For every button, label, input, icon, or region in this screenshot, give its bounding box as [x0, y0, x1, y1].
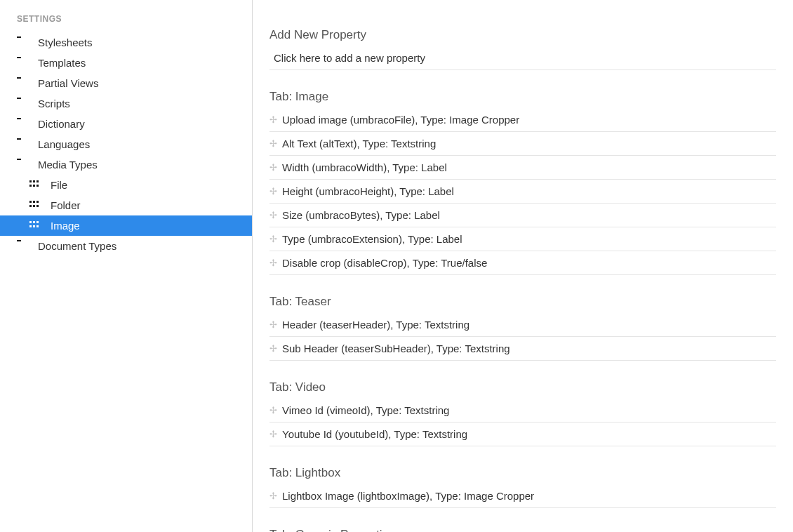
- move-icon: ✢: [269, 319, 282, 330]
- svg-rect-10: [33, 205, 35, 207]
- tree-item-label: Document Types: [38, 240, 116, 252]
- property-label: Lightbox Image (lightboxImage), Type: Im…: [282, 490, 534, 502]
- tab-title: Tab: Image: [269, 90, 776, 104]
- tab-section-tab-generic-properties: Tab: Generic PropertiesNo properties def…: [269, 528, 776, 532]
- property-item[interactable]: ✢Header (teaserHeader), Type: Textstring: [269, 313, 776, 337]
- main-content: Add New Property Click here to add a new…: [253, 0, 793, 532]
- add-new-property-section: Add New Property Click here to add a new…: [269, 28, 776, 70]
- property-item[interactable]: ✢Alt Text (altText), Type: Textstring: [269, 132, 776, 156]
- tab-section-tab-image: Tab: Image✢Upload image (umbracoFile), T…: [269, 90, 776, 275]
- property-item[interactable]: ✢Height (umbracoHeight), Type: Label: [269, 180, 776, 204]
- property-item[interactable]: ✢Youtube Id (youtubeId), Type: Textstrin…: [269, 423, 776, 446]
- move-icon: ✢: [269, 138, 282, 149]
- tree-item-templates[interactable]: Templates: [0, 53, 252, 73]
- move-icon: ✢: [269, 114, 282, 125]
- tree-item-stylesheets[interactable]: Stylesheets: [0, 32, 252, 53]
- tree-item-label: File: [51, 179, 67, 191]
- svg-rect-17: [36, 225, 39, 227]
- tree-item-label: Dictionary: [38, 118, 85, 130]
- tree-item-partial-views[interactable]: Partial Views: [0, 73, 252, 93]
- tree-item-label: Scripts: [38, 98, 70, 109]
- add-new-property-title: Add New Property: [269, 28, 776, 42]
- property-label: Sub Header (teaserSubHeader), Type: Text…: [282, 343, 510, 354]
- folder-icon: [17, 241, 28, 251]
- svg-rect-0: [29, 180, 32, 182]
- svg-rect-2: [36, 180, 39, 182]
- tree-item-image[interactable]: Image: [0, 215, 252, 236]
- property-item[interactable]: ✢Type (umbracoExtension), Type: Label: [269, 227, 776, 251]
- svg-rect-14: [36, 221, 39, 223]
- move-icon: ✢: [269, 429, 282, 439]
- property-item[interactable]: ✢Upload image (umbracoFile), Type: Image…: [269, 108, 776, 132]
- folder-icon: [17, 99, 28, 109]
- tree-item-dictionary[interactable]: Dictionary: [0, 114, 252, 134]
- tree-item-scripts[interactable]: Scripts: [0, 93, 252, 114]
- tab-title: Tab: Generic Properties: [269, 528, 776, 532]
- add-new-property-link[interactable]: Click here to add a new property: [269, 46, 776, 70]
- svg-rect-9: [29, 205, 32, 207]
- property-item[interactable]: ✢Width (umbracoWidth), Type: Label: [269, 156, 776, 180]
- property-list: ✢Header (teaserHeader), Type: Textstring…: [269, 313, 776, 361]
- svg-rect-5: [36, 185, 39, 187]
- tree-item-folder[interactable]: Folder: [0, 195, 252, 215]
- folder-icon: [17, 58, 28, 68]
- grid-icon: [29, 201, 41, 211]
- folder-icon: [17, 38, 28, 48]
- grid-icon: [29, 221, 41, 231]
- tab-title: Tab: Teaser: [269, 295, 776, 309]
- tree-item-label: Partial Views: [38, 77, 98, 89]
- property-label: Youtube Id (youtubeId), Type: Textstring: [282, 428, 467, 440]
- tab-section-tab-teaser: Tab: Teaser✢Header (teaserHeader), Type:…: [269, 295, 776, 361]
- move-icon: ✢: [269, 186, 282, 197]
- tree-item-label: Image: [51, 220, 80, 232]
- tree-item-document-types[interactable]: Document Types: [0, 236, 252, 256]
- property-label: Height (umbracoHeight), Type: Label: [282, 185, 454, 197]
- move-icon: ✢: [269, 234, 282, 244]
- svg-rect-6: [29, 201, 32, 203]
- property-label: Disable crop (disableCrop), Type: True/f…: [282, 257, 487, 269]
- svg-rect-3: [29, 185, 32, 187]
- property-list: ✢Lightbox Image (lightboxImage), Type: I…: [269, 484, 776, 508]
- tab-title: Tab: Lightbox: [269, 466, 776, 480]
- property-item[interactable]: ✢Sub Header (teaserSubHeader), Type: Tex…: [269, 337, 776, 361]
- svg-rect-12: [29, 221, 32, 223]
- property-item[interactable]: ✢Disable crop (disableCrop), Type: True/…: [269, 251, 776, 275]
- svg-rect-16: [33, 225, 35, 227]
- svg-rect-1: [33, 180, 35, 182]
- property-label: Header (teaserHeader), Type: Textstring: [282, 319, 469, 331]
- svg-rect-13: [33, 221, 35, 223]
- settings-tree: StylesheetsTemplatesPartial ViewsScripts…: [0, 32, 252, 256]
- property-list: ✢Vimeo Id (vimeoId), Type: Textstring✢Yo…: [269, 399, 776, 446]
- move-icon: ✢: [269, 162, 282, 173]
- tree-item-media-types[interactable]: Media Types: [0, 154, 252, 175]
- settings-sidebar: SETTINGS StylesheetsTemplatesPartial Vie…: [0, 0, 253, 532]
- move-icon: ✢: [269, 258, 282, 268]
- tree-item-label: Templates: [38, 57, 86, 69]
- tab-title: Tab: Video: [269, 380, 776, 394]
- tree-item-languages[interactable]: Languages: [0, 134, 252, 154]
- property-label: Upload image (umbracoFile), Type: Image …: [282, 114, 519, 126]
- folder-icon: [17, 119, 28, 129]
- folder-icon: [17, 79, 28, 88]
- move-icon: ✢: [269, 210, 282, 220]
- property-item[interactable]: ✢Vimeo Id (vimeoId), Type: Textstring: [269, 399, 776, 423]
- property-list: ✢Upload image (umbracoFile), Type: Image…: [269, 108, 776, 275]
- move-icon: ✢: [269, 343, 282, 354]
- folder-icon: [17, 160, 28, 170]
- tree-item-label: Stylesheets: [38, 36, 93, 48]
- folder-icon: [17, 140, 28, 149]
- property-item[interactable]: ✢Size (umbracoBytes), Type: Label: [269, 204, 776, 227]
- tree-item-label: Languages: [38, 138, 90, 150]
- svg-rect-11: [36, 205, 39, 207]
- svg-rect-15: [29, 225, 32, 227]
- svg-rect-7: [33, 201, 35, 203]
- property-item[interactable]: ✢Lightbox Image (lightboxImage), Type: I…: [269, 484, 776, 508]
- move-icon: ✢: [269, 405, 282, 415]
- svg-rect-4: [33, 185, 35, 187]
- tab-section-tab-video: Tab: Video✢Vimeo Id (vimeoId), Type: Tex…: [269, 380, 776, 446]
- sidebar-header: SETTINGS: [0, 14, 252, 32]
- tab-section-tab-lightbox: Tab: Lightbox✢Lightbox Image (lightboxIm…: [269, 466, 776, 508]
- tree-item-file[interactable]: File: [0, 175, 252, 195]
- property-label: Width (umbracoWidth), Type: Label: [282, 161, 447, 173]
- grid-icon: [29, 180, 41, 190]
